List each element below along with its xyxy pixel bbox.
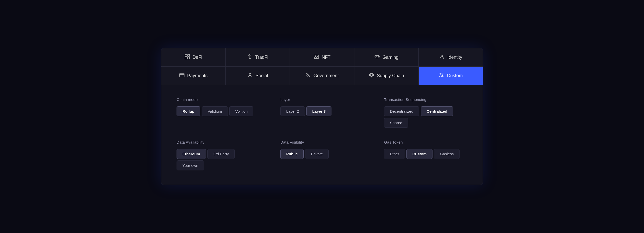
nav-item-supply-chain[interactable]: Supply Chain (354, 67, 419, 85)
nav-label-payments: Payments (187, 73, 208, 78)
seq-centralized[interactable]: Centralized (421, 106, 453, 116)
seq-decentralized[interactable]: Decentralized (384, 106, 419, 116)
svg-point-10 (378, 56, 378, 57)
nav-item-social[interactable]: Social (226, 67, 290, 85)
main-content: Chain mode Rollup Validium Volition Laye… (161, 85, 483, 185)
transaction-sequencing-label: Transaction Sequencing (384, 97, 467, 102)
nav-rows: DeFi TradFi (161, 48, 483, 85)
svg-rect-21 (370, 74, 373, 76)
da-3rdparty[interactable]: 3rd Party (207, 149, 235, 159)
chain-mode-group: Chain mode Rollup Validium Volition (177, 97, 260, 128)
government-icon (305, 72, 311, 79)
nav-label-tradfi: TradFi (255, 55, 268, 60)
gas-token-buttons: Ether Custom Gasless (384, 149, 467, 159)
data-visibility-label: Data Visibility (280, 140, 364, 144)
svg-rect-13 (180, 73, 184, 77)
nav-item-payments[interactable]: Payments (161, 67, 226, 85)
options-grid: Chain mode Rollup Validium Volition Laye… (177, 97, 467, 170)
dv-public[interactable]: Public (280, 149, 304, 159)
tradfi-icon (247, 54, 253, 61)
chain-mode-label: Chain mode (177, 97, 260, 102)
chain-mode-validium[interactable]: Validium (202, 106, 228, 116)
nav-label-gaming: Gaming (382, 55, 399, 60)
nav-item-identity[interactable]: Identity (419, 48, 483, 66)
nav-label-nft: NFT (322, 55, 331, 60)
da-ethereum[interactable]: Ethereum (177, 149, 206, 159)
nav-row-1: DeFi TradFi (161, 48, 483, 67)
svg-point-11 (378, 57, 379, 57)
main-container: DeFi TradFi (161, 48, 483, 185)
gas-token-label: Gas Token (384, 140, 467, 144)
svg-rect-3 (188, 57, 190, 59)
gt-custom[interactable]: Custom (406, 149, 432, 159)
svg-rect-2 (185, 57, 187, 59)
social-icon (247, 72, 253, 79)
svg-point-30 (442, 75, 443, 76)
nav-label-supply-chain: Supply Chain (377, 73, 404, 78)
nft-icon (314, 54, 319, 61)
nav-row-2: Payments Social (161, 67, 483, 85)
gt-ether[interactable]: Ether (384, 149, 405, 159)
nav-label-government: Government (313, 73, 339, 78)
gt-gasless[interactable]: Gasless (434, 149, 460, 159)
payments-icon (179, 72, 185, 79)
data-availability-buttons: Ethereum 3rd Party Your own (177, 149, 260, 170)
svg-point-16 (249, 74, 251, 75)
data-visibility-group: Data Visibility Public Private (280, 140, 364, 170)
layer-label: Layer (280, 97, 364, 102)
chain-mode-volition[interactable]: Volition (229, 106, 253, 116)
chain-mode-buttons: Rollup Validium Volition (177, 106, 260, 116)
data-visibility-buttons: Public Private (280, 149, 364, 159)
layer-2[interactable]: Layer 2 (280, 106, 305, 116)
nav-item-gaming[interactable]: Gaming (354, 48, 419, 66)
supply-chain-icon (369, 72, 374, 79)
layer-buttons: Layer 2 Layer 3 (280, 106, 364, 116)
nav-item-government[interactable]: Government (290, 67, 354, 85)
dv-private[interactable]: Private (305, 149, 329, 159)
svg-point-29 (440, 73, 441, 74)
nav-label-social: Social (255, 73, 268, 78)
nav-item-defi[interactable]: DeFi (161, 48, 226, 66)
layer-group: Layer Layer 2 Layer 3 (280, 97, 364, 128)
layer-3[interactable]: Layer 3 (306, 106, 332, 116)
gas-token-group: Gas Token Ether Custom Gasless (384, 140, 467, 170)
svg-point-31 (440, 76, 441, 77)
chain-mode-rollup[interactable]: Rollup (177, 106, 200, 116)
nav-item-custom[interactable]: Custom (419, 67, 483, 85)
defi-icon (184, 54, 190, 61)
transaction-sequencing-buttons: Decentralized Centralized Shared (384, 106, 467, 128)
nav-item-tradfi[interactable]: TradFi (226, 48, 290, 66)
gaming-icon (374, 54, 380, 61)
nav-label-identity: Identity (447, 55, 462, 60)
svg-rect-0 (185, 54, 187, 56)
custom-icon (439, 72, 444, 79)
nav-item-nft[interactable]: NFT (290, 48, 354, 66)
transaction-sequencing-group: Transaction Sequencing Decentralized Cen… (384, 97, 467, 128)
identity-icon (439, 54, 445, 61)
svg-point-12 (441, 55, 443, 57)
seq-shared[interactable]: Shared (384, 118, 408, 128)
data-availability-group: Data Availability Ethereum 3rd Party You… (177, 140, 260, 170)
svg-rect-1 (188, 54, 190, 56)
data-availability-label: Data Availability (177, 140, 260, 144)
da-yourown[interactable]: Your own (177, 160, 204, 170)
nav-label-custom: Custom (447, 73, 463, 78)
nav-label-defi: DeFi (193, 55, 202, 60)
